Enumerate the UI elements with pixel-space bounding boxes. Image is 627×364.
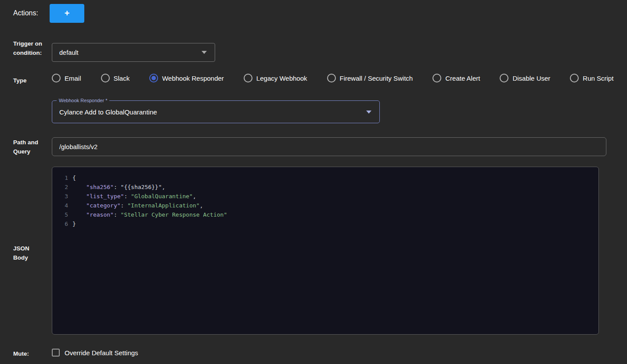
radio-button-icon bbox=[500, 74, 508, 82]
trigger-condition-label: Trigger on condition: bbox=[13, 39, 46, 57]
webhook-responder-floating-label: Webhook Responder * bbox=[57, 97, 109, 103]
radio-button-icon bbox=[101, 74, 110, 82]
webhook-responder-value: Cylance Add to GlobalQuarantine bbox=[59, 108, 157, 116]
radio-label: Slack bbox=[114, 75, 130, 82]
radio-email[interactable]: Email bbox=[52, 74, 81, 82]
radio-label: Webhook Responder bbox=[162, 75, 224, 82]
chevron-down-icon bbox=[202, 51, 207, 54]
radio-button-icon bbox=[432, 74, 441, 82]
chevron-down-icon bbox=[366, 111, 371, 114]
radio-button-icon bbox=[570, 74, 579, 82]
webhook-responder-select[interactable]: Webhook Responder * Cylance Add to Globa… bbox=[52, 100, 380, 123]
radio-disable-user[interactable]: Disable User bbox=[500, 74, 550, 82]
radio-label: Run Script bbox=[583, 75, 613, 82]
actions-label: Actions: bbox=[13, 9, 38, 17]
radio-run-script[interactable]: Run Script bbox=[570, 74, 613, 82]
code-line: 6} bbox=[52, 219, 598, 228]
type-radio-group: EmailSlackWebhook ResponderLegacy Webhoo… bbox=[52, 74, 623, 82]
checkbox-label: Override Default Settings bbox=[65, 349, 138, 357]
line-number: 1 bbox=[52, 173, 72, 182]
radio-button-icon bbox=[244, 74, 252, 82]
radio-label: Legacy Webhook bbox=[256, 75, 307, 82]
trigger-condition-value: default bbox=[59, 49, 79, 56]
action-config-panel: Actions: + Trigger on condition: default… bbox=[0, 0, 627, 364]
line-number: 5 bbox=[52, 210, 72, 219]
radio-button-icon bbox=[327, 74, 336, 82]
radio-firewall-security-switch[interactable]: Firewall / Security Switch bbox=[327, 74, 413, 82]
code-line: 2 "sha256": "{{sha256}}", bbox=[52, 182, 598, 192]
json-body-code: 1{2 "sha256": "{{sha256}}",3 "list_type"… bbox=[52, 173, 598, 228]
json-body-label: JSON Body bbox=[13, 244, 35, 262]
radio-slack[interactable]: Slack bbox=[101, 74, 130, 82]
radio-label: Firewall / Security Switch bbox=[340, 75, 413, 82]
line-number: 6 bbox=[52, 219, 72, 228]
code-line: 4 "category": "InternalApplication", bbox=[52, 201, 598, 210]
radio-button-icon bbox=[149, 74, 158, 82]
code-line: 3 "list_type": "GlobalQuarantine", bbox=[52, 192, 598, 201]
line-number: 4 bbox=[52, 201, 72, 210]
radio-label: Email bbox=[65, 75, 81, 82]
type-label: Type bbox=[13, 76, 27, 85]
json-body-editor[interactable]: 1{2 "sha256": "{{sha256}}",3 "list_type"… bbox=[52, 167, 599, 335]
line-number: 3 bbox=[52, 192, 72, 201]
path-query-label: Path and Query bbox=[13, 138, 44, 156]
radio-webhook-responder[interactable]: Webhook Responder bbox=[149, 74, 224, 82]
radio-label: Create Alert bbox=[445, 75, 480, 82]
override-default-settings-checkbox[interactable]: Override Default Settings bbox=[52, 349, 138, 357]
code-line: 1{ bbox=[52, 173, 598, 182]
radio-button-icon bbox=[52, 74, 61, 82]
add-action-button[interactable]: + bbox=[50, 4, 84, 23]
radio-create-alert[interactable]: Create Alert bbox=[432, 74, 480, 82]
radio-label: Disable User bbox=[512, 75, 550, 82]
path-query-input[interactable] bbox=[52, 137, 606, 156]
trigger-condition-select[interactable]: default bbox=[52, 43, 215, 62]
mute-label: Mute: bbox=[13, 349, 29, 358]
radio-legacy-webhook[interactable]: Legacy Webhook bbox=[244, 74, 307, 82]
checkbox-icon bbox=[52, 349, 60, 357]
code-line: 5 "reason": "Stellar Cyber Response Acti… bbox=[52, 210, 598, 219]
line-number: 2 bbox=[52, 182, 72, 192]
